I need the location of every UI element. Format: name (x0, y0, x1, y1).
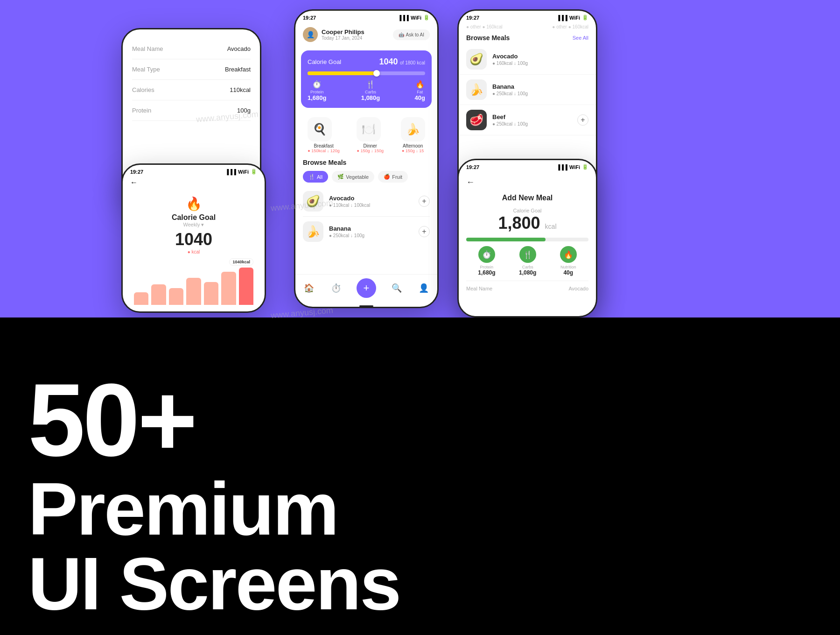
user-date: Today 17 Jan, 2024 (322, 35, 364, 41)
afternoon-label: Afternoon (401, 143, 425, 148)
protein-macro: ⏱️ Protein 1,680g (308, 80, 326, 101)
avocado-name: Avocado (329, 195, 413, 202)
filter-all[interactable]: 🍴 All (303, 171, 328, 183)
nav-profile-icon[interactable]: 👤 (417, 282, 430, 295)
filter-fruit[interactable]: 🍎 Fruit (378, 171, 408, 183)
dinner-icon: 🍽️ (357, 117, 381, 141)
carbs-icon: 🍴 (361, 80, 380, 89)
ask-ai-button[interactable]: 🤖 Ask to AI (393, 29, 430, 40)
fat-icon: 🔥 (415, 80, 425, 89)
bar-chart: 1040kcal (130, 258, 257, 305)
phone4-status-bar: 19:27 ▐▐▐ WiFi 🔋 (123, 165, 265, 176)
meal-type-row: Meal Type Breakfast (132, 59, 251, 80)
calories-label: Calories (132, 86, 154, 93)
add-beef-button[interactable]: + (577, 114, 588, 126)
add-carbs-icon: 🍴 (519, 246, 536, 263)
add-avocado-button[interactable]: + (419, 196, 430, 207)
add-kcal-unit: kcal (545, 223, 557, 230)
food-item-banana: 🍌 Banana ● 250kcal ↓ 100g + (295, 217, 437, 247)
add-meal-bottom-row: Meal Name Avocado (466, 286, 588, 291)
fat-macro-label: Fat (415, 90, 425, 94)
back-row: ← (123, 176, 265, 189)
phone3-battery: 🔋 (582, 14, 588, 21)
back-arrow-icon[interactable]: ← (130, 178, 138, 187)
signal-icon: ▐▐▐ (398, 15, 408, 21)
add-banana-button[interactable]: + (419, 226, 430, 237)
add-nutrition-icon: 🔥 (560, 246, 577, 263)
dinner-label: Dinner (357, 143, 383, 148)
add-macros-row: ⏱️ Protein 1,680g 🍴 Carbs 1,080g 🔥 Nutri… (466, 246, 588, 276)
nav-timer-icon[interactable]: ⏱️ (329, 282, 343, 295)
browse-beef-info: Beef ● 250kcal ↓ 100g (492, 113, 572, 127)
food-item-avocado: 🥑 Avocado ● 110kcal ↓ 100kcal + (295, 186, 437, 216)
browse-beef-name: Beef (492, 113, 572, 120)
phone-main-app: 19:27 ▐▐▐ WiFi 🔋 👤 Cooper Philips Today … (294, 9, 439, 308)
browse-meals-title: Browse Meals (303, 159, 346, 166)
breakfast-icon: 🍳 (308, 117, 332, 141)
ai-icon: 🤖 (399, 32, 404, 37)
bar-6 (239, 268, 253, 305)
vegetable-icon: 🌿 (337, 174, 344, 180)
promo-line1: Premium (28, 472, 812, 546)
chart-value: 1040 (130, 230, 257, 249)
dropdown-icon[interactable]: ▾ (201, 222, 204, 227)
protein-macro-label: Protein (308, 90, 326, 94)
battery-icon: 🔋 (423, 14, 430, 21)
nav-home-icon[interactable]: 🏠 (302, 282, 315, 295)
top-partial-label: ● other ● 160kcal (466, 24, 503, 29)
bar-0 (134, 292, 148, 305)
meal-type-dinner[interactable]: 🍽️ Dinner ● 150g ↓ 150g (357, 117, 383, 153)
calorie-progress-bg (308, 71, 425, 75)
phone3-wifi: WiFi (569, 15, 580, 21)
add-meal-title: Add New Meal (466, 194, 588, 202)
add-meal-back-arrow[interactable]: ← (466, 177, 475, 187)
browse-banana-meta: ● 250kcal ↓ 100g (492, 91, 588, 96)
browse-beef-meta: ● 250kcal ↓ 100g (492, 121, 572, 127)
calories-row: Calories 110kcal (132, 80, 251, 100)
phone3-browse-title: Browse Meals (466, 34, 510, 42)
carbs-macro-label: Carbs (361, 90, 380, 94)
fruit-icon: 🍎 (384, 174, 390, 180)
add-progress-fill (466, 238, 546, 241)
filter-vegetable[interactable]: 🌿 Vegetable (332, 171, 374, 183)
add-protein-icon: ⏱️ (478, 246, 495, 263)
ask-ai-label: Ask to AI (406, 32, 424, 37)
browse-beef: 🥩 Beef ● 250kcal ↓ 100g + (459, 105, 596, 135)
phone3-signal: ▐▐▐ (556, 15, 567, 21)
promo-count: 50+ (28, 369, 812, 472)
phone4-status-icons: ▐▐▐ WiFi 🔋 (225, 169, 257, 175)
protein-macro-value: 1,680g (308, 94, 326, 101)
phone3-status-icons: ▐▐▐ WiFi 🔋 (556, 14, 588, 21)
carbs-macro-value: 1,080g (361, 94, 380, 101)
chart-content: 🔥 Calorie Goal Weekly ▾ 1040 ● kcal 1040… (123, 189, 265, 312)
protein-icon: ⏱️ (308, 80, 326, 89)
phone5-status-bar: 19:27 ▐▐▐ WiFi 🔋 (459, 160, 596, 172)
meal-type-label: Meal Type (132, 66, 160, 73)
afternoon-cal: ● 150g ↓ 15 (401, 148, 425, 153)
nav-add-button[interactable]: + (357, 278, 376, 298)
meal-name-value: Avocado (227, 45, 251, 52)
promo-line2: UI Screens (28, 546, 812, 621)
bar-3 (186, 278, 201, 305)
meal-type-afternoon[interactable]: 🍌 Afternoon ● 150g ↓ 15 (401, 117, 425, 153)
avocado-icon: 🥑 (303, 191, 323, 212)
calorie-current: 1040 (379, 57, 398, 66)
browse-banana-icon: 🍌 (466, 79, 487, 100)
meal-name-label: Meal Name (132, 45, 163, 52)
filter-tabs: 🍴 All 🌿 Vegetable 🍎 Fruit (295, 169, 437, 186)
phone4-signal: ▐▐▐ (225, 169, 236, 175)
chart-unit: ● kcal (130, 249, 257, 254)
meal-type-breakfast[interactable]: 🍳 Breakfast ● 150kcal ↓ 120g (308, 117, 339, 153)
dinner-cal: ● 150g ↓ 150g (357, 148, 383, 153)
phone5-signal: ▐▐▐ (556, 164, 567, 170)
add-meal-name-label: Meal Name (466, 286, 492, 291)
avatar: 👤 (303, 27, 318, 42)
phone3-time: 19:27 (466, 15, 479, 21)
nav-indicator (359, 305, 373, 307)
top-partial-val: ● other ● 160kcal (552, 24, 588, 29)
see-all-link[interactable]: See All (573, 35, 588, 41)
phone5-time: 19:27 (466, 164, 479, 170)
nav-search-icon[interactable]: 🔍 (390, 282, 403, 295)
phone5-battery: 🔋 (582, 164, 588, 170)
meal-types-row: 🍳 Breakfast ● 150kcal ↓ 120g 🍽️ Dinner ●… (295, 112, 437, 155)
